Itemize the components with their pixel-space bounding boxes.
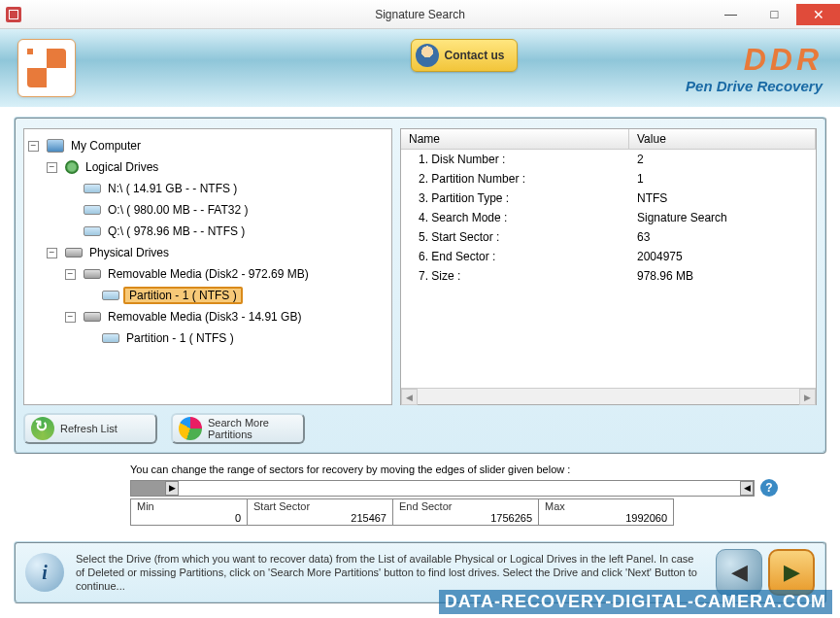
window-title: Signature Search [375,8,465,21]
end-sector-label: End Sector [399,500,532,512]
tree-root[interactable]: My Computer [68,138,144,154]
logical-drive-item[interactable]: N:\ ( 14.91 GB - - NTFS ) [105,181,240,196]
partition-item[interactable]: Partition - 1 ( NTFS ) [123,330,237,346]
app-icon [6,7,21,22]
brand-logo-text: DDR [686,42,823,78]
refresh-list-button[interactable]: Refresh List [23,413,157,444]
removable-media-icon [84,312,101,322]
horizontal-scrollbar[interactable]: ◀ ▶ [401,388,816,404]
start-sector-value: 215467 [253,512,386,524]
removable-media-item[interactable]: Removable Media (Disk3 - 14.91 GB) [105,309,304,325]
detail-name: 2. Partition Number : [401,171,629,187]
detail-value: NTFS [629,190,816,206]
info-icon: i [25,553,64,592]
contact-us-button[interactable]: Contact us [411,39,518,72]
end-sector-value: 1756265 [399,512,532,524]
column-header-name[interactable]: Name [401,129,629,149]
search-more-label: Search More Partitions [208,417,269,440]
refresh-icon [31,417,54,440]
sector-range-slider[interactable]: ▶ ◀ [130,480,755,497]
details-table: Name Value 1. Disk Number :22. Partition… [400,128,817,405]
watermark: DATA-RECOVERY-DIGITAL-CAMERA.COM [439,590,832,614]
title-bar: Signature Search — □ ✕ [0,0,840,29]
partition-icon [102,333,119,343]
collapse-icon[interactable]: − [47,162,57,173]
brand-subtitle: Pen Drive Recovery [686,78,823,94]
column-header-value[interactable]: Value [629,129,816,149]
min-value: 0 [137,512,241,524]
table-row[interactable]: 5. Start Sector :63 [401,227,816,247]
table-row[interactable]: 7. Size :978.96 MB [401,266,816,286]
globe-icon [65,160,79,174]
close-button[interactable]: ✕ [796,4,840,25]
search-more-partitions-button[interactable]: Search More Partitions [171,413,305,444]
drive-icon [84,205,101,215]
collapse-icon[interactable]: − [65,269,76,280]
drive-icon [84,184,101,193]
minimize-button[interactable]: — [709,4,753,25]
table-row[interactable]: 4. Search Mode :Signature Search [401,208,816,227]
table-row[interactable]: 1. Disk Number :2 [401,150,816,169]
removable-media-item[interactable]: Removable Media (Disk2 - 972.69 MB) [105,266,312,282]
table-row[interactable]: 6. End Sector :2004975 [401,247,816,266]
slider-handle-right[interactable]: ◀ [740,481,754,496]
detail-name: 1. Disk Number : [401,152,629,167]
physical-drive-icon [65,248,83,258]
detail-name: 7. Size : [401,268,629,284]
logical-drive-item[interactable]: O:\ ( 980.00 MB - - FAT32 ) [105,202,252,218]
detail-value: 2004975 [629,249,816,264]
contact-avatar-icon [416,44,439,67]
detail-name: 3. Partition Type : [401,190,629,206]
start-sector-label: Start Sector [253,500,386,512]
logical-drive-item[interactable]: Q:\ ( 978.96 MB - - NTFS ) [105,223,248,239]
table-row[interactable]: 3. Partition Type :NTFS [401,189,816,208]
computer-icon [47,139,64,153]
refresh-label: Refresh List [60,423,118,434]
detail-name: 6. End Sector : [401,249,629,264]
collapse-icon[interactable]: − [47,248,57,258]
max-value: 1992060 [545,512,667,524]
sector-range-instruction: You can change the range of sectors for … [130,464,778,475]
detail-name: 5. Start Sector : [401,229,629,245]
max-label: Max [545,500,667,512]
detail-name: 4. Search Mode : [401,210,629,225]
pie-chart-icon [179,417,202,440]
collapse-icon[interactable]: − [28,141,39,152]
header: Contact us DDR Pen Drive Recovery [0,29,840,107]
scroll-right-icon[interactable]: ▶ [799,389,816,405]
logical-drives-node[interactable]: Logical Drives [83,159,161,175]
slider-handle-left[interactable]: ▶ [165,481,179,496]
partition-icon [102,291,119,300]
partition-item-selected[interactable]: Partition - 1 ( NTFS ) [123,287,243,304]
drive-tree[interactable]: −My Computer −Logical Drives N:\ ( 14.91… [23,128,392,405]
min-label: Min [137,500,241,512]
physical-drives-node[interactable]: Physical Drives [86,245,172,260]
maximize-button[interactable]: □ [753,4,796,25]
detail-value: 63 [629,229,816,245]
footer-instruction: Select the Drive (from which you want to… [76,552,704,594]
detail-value: 1 [629,171,816,187]
removable-media-icon [84,269,101,279]
next-button[interactable]: ▶ [768,549,815,596]
back-button[interactable]: ◀ [716,549,762,596]
contact-label: Contact us [445,49,505,62]
detail-value: 2 [629,152,816,167]
scroll-left-icon[interactable]: ◀ [401,389,418,405]
app-logo [17,39,76,97]
detail-value: 978.96 MB [629,268,816,284]
help-icon[interactable]: ? [760,479,778,497]
drive-icon [84,226,101,236]
table-row[interactable]: 2. Partition Number :1 [401,169,816,189]
detail-value: Signature Search [629,210,816,225]
collapse-icon[interactable]: − [65,312,76,323]
